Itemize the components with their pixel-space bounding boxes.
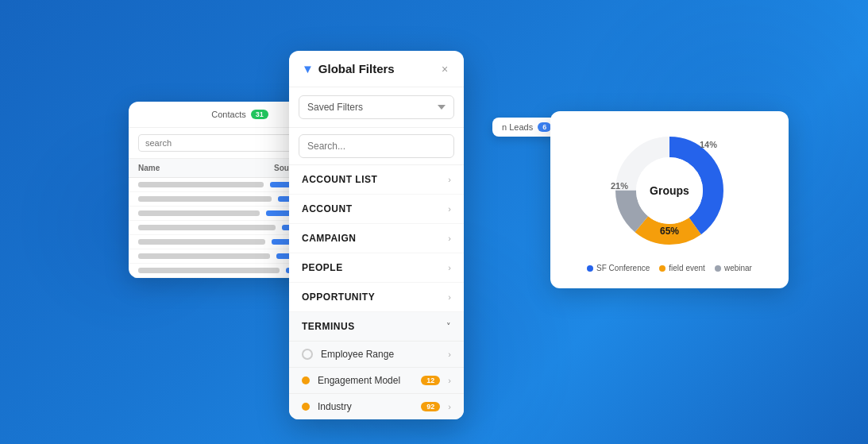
dot-icon (302, 376, 310, 384)
col-name: Name (138, 164, 219, 172)
legend-field-event: field event (659, 264, 705, 272)
name-bar (138, 210, 260, 216)
terminus-label: TERMINUS (302, 321, 355, 332)
legend-webinar: webinar (715, 264, 752, 272)
legend-label-webinar: webinar (724, 264, 752, 272)
sub-item-label: Employee Range (321, 349, 440, 360)
filter-item-account-list[interactable]: ACCOUNT LIST › (289, 165, 464, 195)
filter-item-people[interactable]: PEOPLE › (289, 253, 464, 283)
dot-icon (302, 403, 310, 411)
filter-item-campaign[interactable]: CAMPAIGN › (289, 224, 464, 253)
name-bar (138, 196, 272, 202)
chart-panel: Groups 14% 21% 65% SF Conference field e… (550, 111, 789, 288)
name-bar (138, 225, 276, 230)
filter-item-account[interactable]: ACCOUNT › (289, 195, 464, 224)
close-button[interactable]: × (438, 63, 451, 75)
modal-title: ▼ Global Filters (302, 62, 395, 75)
leads-label: n Leads (502, 122, 533, 132)
pct-21-label: 21% (611, 181, 628, 191)
filter-item-label: PEOPLE (302, 262, 343, 273)
filter-modal: ▼ Global Filters × Saved Filters ACCOUNT… (289, 51, 464, 419)
filter-subitem-engagement-model[interactable]: Engagement Model 12 › (289, 367, 464, 393)
chart-center-label: Groups (650, 184, 689, 197)
legend-dot-orange (659, 265, 665, 272)
name-bar (138, 182, 264, 187)
contacts-badge: 31 (251, 110, 268, 119)
chevron-right-icon: › (448, 292, 451, 302)
chevron-down-icon: ˅ (446, 322, 451, 332)
chart-legend: SF Conference field event webinar (587, 264, 752, 272)
name-bar (138, 239, 265, 245)
filter-item-label: ACCOUNT (302, 203, 353, 214)
chart-title: Groups (650, 184, 689, 197)
chevron-right-icon: › (448, 204, 451, 214)
pct-14-label: 14% (700, 140, 717, 149)
legend-dot-blue (587, 265, 593, 272)
filter-icon: ▼ (302, 62, 314, 75)
modal-title-text: Global Filters (318, 62, 395, 75)
filter-item-label: ACCOUNT LIST (302, 174, 377, 185)
name-bar (138, 268, 280, 273)
radio-icon (302, 349, 313, 360)
chevron-right-icon: › (448, 175, 451, 184)
donut-chart: Groups 14% 21% 65% (606, 127, 733, 254)
name-bar (138, 253, 270, 259)
legend-sf-conference: SF Conference (587, 264, 650, 272)
chevron-right-icon: › (448, 263, 451, 272)
chart-container: Groups 14% 21% 65% SF Conference field e… (566, 127, 773, 272)
chevron-right-icon: › (448, 349, 451, 359)
sub-item-badge: 92 (421, 402, 440, 411)
terminus-header[interactable]: TERMINUS ˅ (289, 312, 464, 341)
saved-filters-section: Saved Filters (289, 87, 464, 128)
modal-header: ▼ Global Filters × (289, 51, 464, 87)
sub-item-label: Industry (318, 401, 413, 412)
chevron-right-icon: › (448, 234, 451, 243)
pct-65-label: 65% (660, 226, 679, 237)
sub-item-badge: 12 (421, 376, 440, 385)
filter-search-input[interactable] (299, 134, 454, 158)
leads-badge: 6 (538, 122, 551, 132)
saved-filters-select[interactable]: Saved Filters (299, 95, 454, 119)
sub-item-label: Engagement Model (318, 375, 413, 386)
terminus-section: TERMINUS ˅ Employee Range › Engagement M… (289, 312, 464, 419)
chevron-right-icon: › (448, 376, 451, 385)
modal-search-section (289, 128, 464, 165)
filter-item-opportunity[interactable]: OPPORTUNITY › (289, 283, 464, 312)
filter-subitem-industry[interactable]: Industry 92 › (289, 393, 464, 419)
legend-dot-gray (715, 265, 721, 272)
filter-item-label: CAMPAIGN (302, 233, 356, 244)
filter-item-label: OPPORTUNITY (302, 291, 375, 303)
filter-subitem-employee-range[interactable]: Employee Range › (289, 341, 464, 367)
contacts-label: Contacts (211, 110, 245, 119)
chevron-right-icon: › (448, 402, 451, 411)
legend-label-field: field event (669, 264, 705, 272)
legend-label-sf: SF Conference (596, 264, 650, 272)
